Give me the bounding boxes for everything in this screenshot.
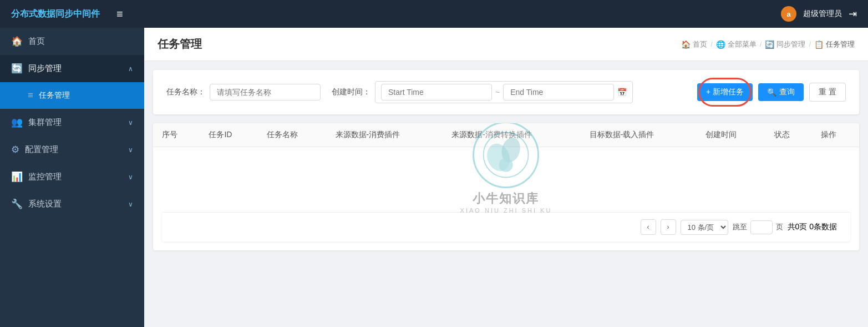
total-info: 共0页 0条数据 (788, 222, 837, 232)
sidebar-item-label: 系统设置 (28, 199, 123, 209)
chevron-down-icon: ∨ (128, 119, 133, 127)
sync-bc-icon: 🔄 (765, 40, 774, 49)
prev-page-button[interactable]: ‹ (641, 219, 656, 235)
top-header: 分布式数据同步中间件 ≡ a 超级管理员 ⇥ (0, 0, 868, 28)
breadcrumb-all-menus: 🌐 全部菜单 (716, 39, 757, 49)
filter-panel: 任务名称： 创建时间： ~ 📅 + 新增任务 (153, 70, 859, 114)
filter-actions: + 新增任务 🔍 查询 重 置 (697, 83, 846, 102)
sidebar-item-home[interactable]: 🏠 首页 (0, 28, 144, 55)
add-task-button[interactable]: + 新增任务 (697, 83, 753, 101)
sync-icon: 🔄 (11, 63, 23, 74)
reset-button[interactable]: 重 置 (809, 83, 846, 102)
filter-row: 任务名称： 创建时间： ~ 📅 + 新增任务 (166, 81, 846, 103)
chevron-down-icon: ∨ (128, 200, 133, 208)
sidebar-submenu-sync: ≡ 任务管理 (0, 82, 144, 109)
sidebar-item-label: 监控管理 (28, 172, 123, 182)
chevron-up-icon: ∧ (128, 65, 133, 73)
pagination-bar: ‹ › 10 条/页 20 条/页 50 条/页 跳至 页 共0页 0条数据 (162, 212, 850, 242)
main-layout: 🏠 首页 🔄 同步管理 ∧ ≡ 任务管理 👥 集群管理 ∨ ⚙ 配置管理 ∨ (0, 28, 868, 327)
page-suffix: 页 (776, 222, 783, 232)
username-label: 超级管理员 (803, 9, 842, 19)
add-task-button-wrapper: + 新增任务 (697, 83, 753, 101)
sidebar-item-task-mgmt[interactable]: ≡ 任务管理 (0, 82, 144, 109)
col-source-consumer: 来源数据-消费插件 (327, 123, 443, 147)
table-header-row: 序号 任务ID 任务名称 来源数据-消费插件 来源数据-消费转换插件 目标数据-… (153, 123, 859, 147)
date-range-picker[interactable]: ~ 📅 (375, 81, 633, 103)
avatar: a (781, 6, 796, 22)
sidebar-item-label: 配置管理 (25, 144, 123, 155)
calendar-icon: 📅 (617, 88, 627, 97)
jump-to: 跳至 页 (733, 220, 783, 234)
globe-icon: 🌐 (716, 40, 725, 49)
cluster-icon: 👥 (11, 117, 23, 128)
config-icon: ⚙ (11, 144, 19, 155)
end-time-input[interactable] (503, 84, 614, 100)
home-bc-icon: 🏠 (681, 40, 691, 49)
col-target-loader: 目标数据-载入插件 (581, 123, 697, 147)
breadcrumb-task: 📋 任务管理 (814, 39, 855, 49)
page-title: 任务管理 (158, 37, 202, 52)
create-time-filter: 创建时间： ~ 📅 (332, 81, 633, 103)
chevron-down-icon: ∨ (128, 173, 133, 181)
sidebar-item-cluster[interactable]: 👥 集群管理 ∨ (0, 109, 144, 136)
sidebar-item-sync[interactable]: 🔄 同步管理 ∧ (0, 55, 144, 82)
sidebar-item-label: 同步管理 (28, 63, 123, 74)
breadcrumb-home: 🏠 首页 (681, 39, 707, 49)
logout-icon[interactable]: ⇥ (849, 8, 857, 20)
sidebar-item-monitor[interactable]: 📊 监控管理 ∨ (0, 163, 144, 190)
list-icon: ≡ (28, 90, 33, 101)
app-logo: 分布式数据同步中间件 (11, 8, 100, 20)
jump-label: 跳至 (733, 222, 747, 232)
chevron-down-icon: ∨ (128, 146, 133, 154)
create-time-label: 创建时间： (332, 87, 370, 97)
col-task-name: 任务名称 (258, 123, 327, 147)
task-bc-icon: 📋 (814, 40, 824, 49)
table-container: 小牛知识库 XIAO NIU ZHI SHI KU 序号 任务ID 任务名称 来… (153, 123, 859, 250)
page-jump-input[interactable] (750, 220, 773, 234)
page-size-select[interactable]: 10 条/页 20 条/页 50 条/页 (681, 220, 728, 235)
breadcrumb-sep-2: / (760, 40, 762, 48)
sidebar-item-config[interactable]: ⚙ 配置管理 ∨ (0, 136, 144, 163)
col-source-transform: 来源数据-消费转换插件 (443, 123, 581, 147)
col-status: 状态 (765, 123, 812, 147)
hamburger-icon[interactable]: ≡ (116, 8, 123, 21)
content-area: 任务管理 🏠 首页 / 🌐 全部菜单 / 🔄 同步管理 / 📋 (144, 28, 868, 327)
search-icon: 🔍 (767, 88, 776, 97)
task-name-label: 任务名称： (166, 87, 205, 97)
sidebar: 🏠 首页 🔄 同步管理 ∧ ≡ 任务管理 👥 集群管理 ∨ ⚙ 配置管理 ∨ (0, 28, 144, 327)
range-tilde: ~ (495, 88, 500, 97)
home-icon: 🏠 (11, 36, 23, 47)
task-name-input[interactable] (210, 84, 321, 100)
col-action: 操作 (812, 123, 859, 147)
system-icon: 🔧 (11, 198, 23, 210)
sidebar-item-system[interactable]: 🔧 系统设置 ∨ (0, 190, 144, 218)
search-button[interactable]: 🔍 查询 (758, 83, 804, 101)
start-time-input[interactable] (381, 84, 492, 100)
watermark-text: 小牛知识库 (473, 190, 539, 207)
breadcrumb-sync: 🔄 同步管理 (765, 39, 805, 49)
breadcrumb: 🏠 首页 / 🌐 全部菜单 / 🔄 同步管理 / 📋 任务管理 (681, 39, 855, 49)
task-name-filter: 任务名称： (166, 84, 321, 100)
monitor-icon: 📊 (11, 171, 23, 183)
table-wrapper: 小牛知识库 XIAO NIU ZHI SHI KU 序号 任务ID 任务名称 来… (153, 123, 859, 212)
header-right: a 超级管理员 ⇥ (781, 6, 857, 22)
sidebar-submenu-label: 任务管理 (39, 90, 133, 100)
col-index: 序号 (153, 123, 200, 147)
col-create-time: 创建时间 (697, 123, 765, 147)
col-task-id: 任务ID (200, 123, 257, 147)
next-page-button[interactable]: › (661, 219, 676, 235)
sidebar-item-label: 集群管理 (28, 117, 123, 128)
svg-point-3 (499, 158, 513, 172)
sidebar-item-label: 首页 (28, 36, 133, 47)
breadcrumb-sep-3: / (809, 40, 811, 48)
page-header: 任务管理 🏠 首页 / 🌐 全部菜单 / 🔄 同步管理 / 📋 (144, 28, 868, 61)
breadcrumb-sep-1: / (710, 40, 713, 48)
data-table: 序号 任务ID 任务名称 来源数据-消费插件 来源数据-消费转换插件 目标数据-… (153, 123, 859, 147)
